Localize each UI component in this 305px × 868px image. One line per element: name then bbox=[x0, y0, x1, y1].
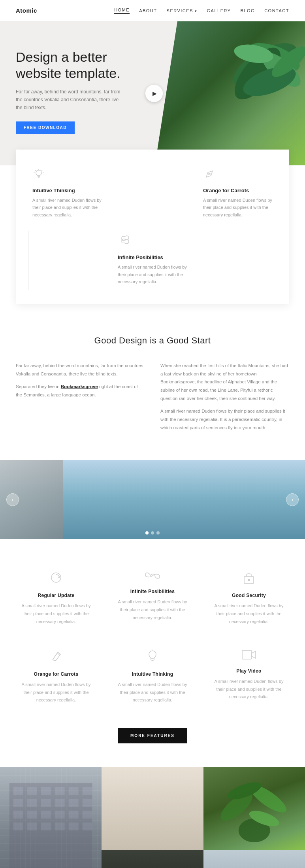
feature-item-2: Orange for Carrots A small river named D… bbox=[199, 164, 277, 223]
good-design-section: Good Design is a Good Start Far far away… bbox=[0, 304, 305, 461]
feature-item-3: Infinite Posibilities A small river name… bbox=[114, 231, 191, 290]
feat-grid-3-desc: A small river named Duden flows by their… bbox=[213, 602, 285, 625]
svg-rect-35 bbox=[41, 823, 51, 830]
gallery-section bbox=[0, 767, 305, 868]
hero-content: Design a better website template. Far fa… bbox=[16, 45, 150, 134]
feature-divider-2 bbox=[28, 231, 106, 290]
slider-dot-3[interactable] bbox=[156, 531, 160, 534]
lock-icon bbox=[213, 571, 285, 587]
navbar: Atomic HOME ABOUT SERVICES GALLERY BLOG … bbox=[0, 0, 305, 21]
carrot-brush-icon bbox=[20, 650, 92, 666]
feature-3-title: Infinite Posibilities bbox=[118, 254, 187, 260]
feature-divider-1 bbox=[114, 164, 191, 223]
svg-rect-17 bbox=[41, 787, 51, 795]
brush-icon bbox=[203, 168, 273, 183]
slider-dot-2[interactable] bbox=[151, 531, 154, 534]
good-design-right-p2: A small river named Duden flows by their… bbox=[160, 407, 289, 432]
features-grid: Regular Update A small river named Duden… bbox=[16, 567, 289, 708]
hero-description: Far far away, behind the word mountains,… bbox=[16, 88, 126, 112]
feature-1-title: Intuitive Thinking bbox=[32, 188, 102, 193]
hero-plant-image bbox=[155, 21, 305, 165]
features-grid-section: Regular Update A small river named Duden… bbox=[0, 539, 305, 767]
bulb2-icon bbox=[116, 650, 189, 666]
gallery-image-2 bbox=[102, 767, 203, 850]
svg-rect-19 bbox=[69, 787, 79, 795]
feature-1-desc: A small river named Duden flows by their… bbox=[32, 197, 102, 219]
svg-rect-32 bbox=[83, 811, 92, 819]
svg-rect-24 bbox=[55, 799, 65, 807]
good-design-left-p1: Far far away, behind the word mountains,… bbox=[16, 362, 145, 378]
nav-services[interactable]: SERVICES bbox=[167, 8, 198, 13]
bookmarksgrove-link[interactable]: Bookmarksgrove bbox=[61, 384, 98, 389]
nav-about[interactable]: ABOUT bbox=[139, 8, 157, 13]
features-card: Intuitive Thinking A small river named D… bbox=[16, 150, 289, 304]
slider-dots bbox=[145, 531, 160, 534]
svg-rect-37 bbox=[69, 823, 79, 830]
play-button[interactable] bbox=[145, 85, 163, 102]
feature-3-desc: A small river named Duden flows by their… bbox=[118, 263, 187, 286]
feat-grid-item-1: Regular Update A small river named Duden… bbox=[16, 567, 96, 629]
svg-rect-28 bbox=[27, 811, 37, 819]
feature-2-title: Orange for Carrots bbox=[203, 188, 273, 193]
hero-section: Design a better website template. Far fa… bbox=[0, 21, 305, 165]
good-design-right: When she reached the first hills of the … bbox=[160, 362, 289, 437]
feat-grid-item-3: Good Security A small river named Duden … bbox=[209, 567, 289, 629]
svg-rect-25 bbox=[69, 799, 79, 807]
slider-section: ‹ › bbox=[0, 460, 305, 539]
svg-rect-16 bbox=[27, 787, 37, 795]
feat-grid-6-title: Play Video bbox=[213, 668, 285, 674]
nav-gallery[interactable]: GALLERY bbox=[207, 8, 231, 13]
svg-rect-38 bbox=[83, 823, 92, 830]
svg-rect-15 bbox=[13, 787, 23, 795]
gallery-image-1 bbox=[0, 767, 102, 868]
svg-point-8 bbox=[209, 173, 210, 175]
svg-rect-18 bbox=[55, 787, 65, 795]
feat-grid-5-desc: A small river named Duden flows by their… bbox=[116, 681, 189, 704]
feat-grid-6-desc: A small river named Duden flows by their… bbox=[213, 678, 285, 701]
video-icon bbox=[213, 650, 285, 663]
feat-grid-1-title: Regular Update bbox=[20, 593, 92, 598]
free-download-button[interactable]: FREE DOWNLOAD bbox=[16, 121, 75, 134]
feat-grid-item-4: Orange for Carrots A small river named D… bbox=[16, 646, 96, 708]
plant-svg bbox=[155, 21, 305, 165]
good-design-title: Good Design is a Good Start bbox=[16, 335, 289, 346]
svg-rect-21 bbox=[13, 799, 23, 807]
good-design-columns: Far far away, behind the word mountains,… bbox=[16, 362, 289, 437]
plant-svg-2 bbox=[203, 767, 305, 850]
nav-home[interactable]: HOME bbox=[114, 8, 130, 14]
nav-blog[interactable]: BLOG bbox=[241, 8, 255, 13]
feat-grid-item-2: Infinite Posibilities A small river name… bbox=[112, 567, 193, 629]
slider-prev-button[interactable]: ‹ bbox=[6, 493, 19, 506]
svg-rect-34 bbox=[27, 823, 37, 830]
gallery-image-4 bbox=[102, 850, 203, 868]
nav-logo[interactable]: Atomic bbox=[16, 7, 37, 14]
good-design-left-p2: Separated they live in Bookmarksgrove ri… bbox=[16, 383, 145, 399]
svg-rect-30 bbox=[55, 811, 65, 819]
infinity2-icon bbox=[116, 571, 189, 583]
feature-2-desc: A small river named Duden flows by their… bbox=[203, 197, 273, 219]
svg-rect-26 bbox=[83, 799, 92, 807]
feat-grid-item-6: Play Video A small river named Duden flo… bbox=[209, 646, 289, 708]
feat-grid-4-desc: A small river named Duden flows by their… bbox=[20, 681, 92, 704]
svg-rect-23 bbox=[41, 799, 51, 807]
nav-links: HOME ABOUT SERVICES GALLERY BLOG CONTACT bbox=[114, 8, 289, 14]
circle-refresh-icon bbox=[20, 571, 92, 587]
svg-rect-33 bbox=[13, 823, 23, 830]
slider-dot-1[interactable] bbox=[145, 531, 149, 534]
feat-grid-4-title: Orange for Carrots bbox=[20, 671, 92, 677]
feat-grid-2-title: Infinite Posibilities bbox=[116, 589, 189, 594]
svg-point-7 bbox=[36, 170, 41, 176]
feat-grid-5-title: Intuitive Thinking bbox=[116, 671, 189, 677]
feat-grid-1-desc: A small river named Duden flows by their… bbox=[20, 602, 92, 625]
slider-next-button[interactable]: › bbox=[286, 493, 299, 506]
feat-grid-item-5: Intuitive Thinking A small river named D… bbox=[112, 646, 193, 708]
feature-item-1: Intuitive Thinking A small river named D… bbox=[28, 164, 106, 223]
hero-title: Design a better website template. bbox=[16, 49, 150, 81]
svg-rect-22 bbox=[27, 799, 37, 807]
more-features-button[interactable]: MORE FEATURES bbox=[118, 728, 187, 743]
gallery-image-5 bbox=[203, 850, 305, 868]
infinity-icon bbox=[118, 235, 187, 250]
svg-rect-20 bbox=[83, 787, 92, 795]
nav-contact[interactable]: CONTACT bbox=[264, 8, 289, 13]
svg-rect-31 bbox=[69, 811, 79, 819]
